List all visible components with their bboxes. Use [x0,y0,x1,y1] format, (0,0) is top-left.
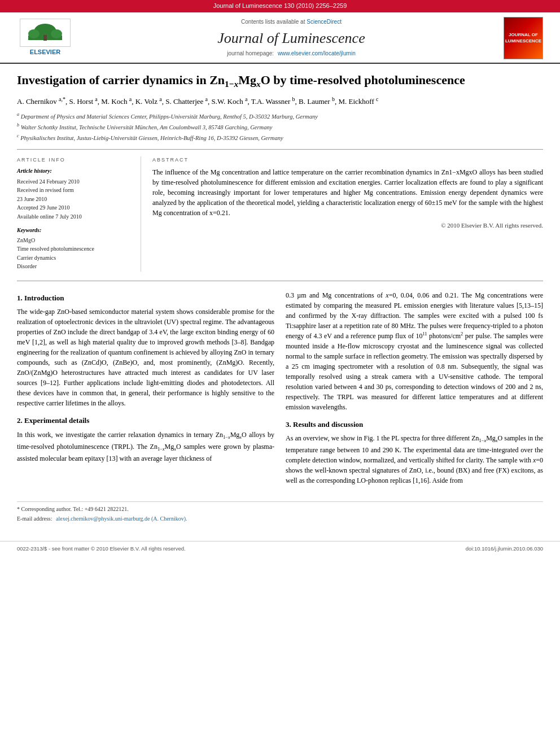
body-divider [17,281,543,281]
keyword-2: Time resolved photoluminescence [17,245,132,254]
affiliation-b: b Walter Schottky Institut, Technische U… [17,122,543,132]
journal-badge: JOURNAL OFLUMINESCENCE [504,17,543,59]
footer: 0022-2313/$ - see front matter © 2010 El… [0,541,560,556]
available-online: Available online 7 July 2010 [17,213,132,221]
body-left-column: 1. Introduction The wide-gap ZnO-based s… [17,290,274,491]
section2-heading: 2. Experimental details [17,415,274,426]
svg-rect-4 [43,35,47,41]
article-history: Article history: Received 24 February 20… [17,167,132,221]
elsevier-logo-image [20,19,71,47]
corresponding-author: * Corresponding author. Tel.: +49 6421 2… [17,505,543,514]
accepted-date: Accepted 29 June 2010 [17,204,132,212]
body-right-column: 0.3 µm and Mg concentrations of x=0, 0.0… [286,290,543,491]
publisher-logo-area: ELSEVIER [11,19,79,57]
authors-line: A. Chernikov a,*, S. Horst a, M. Koch a,… [17,95,543,107]
section1-paragraph: The wide-gap ZnO-based semiconductor mat… [17,307,274,408]
abstract-label: ABSTRACT [152,156,543,164]
journal-bar: Journal of Luminescence 130 (2010) 2256–… [0,0,560,12]
journal-title: Journal of Luminescence [79,28,504,49]
elsevier-label: ELSEVIER [30,48,60,57]
section1-heading: 1. Introduction [17,292,274,304]
journal-homepage: journal homepage: www.elsevier.com/locat… [79,50,504,58]
abstract-column: ABSTRACT The influence of the Mg concent… [152,156,543,272]
info-abstract-section: ARTICLE INFO Article history: Received 2… [17,156,543,272]
keywords-title: Keywords: [17,226,132,235]
article-info-column: ARTICLE INFO Article history: Received 2… [17,156,141,272]
article-title: Investigation of carrier dynamics in Zn1… [17,72,543,90]
keyword-3: Carrier dynamics [17,254,132,263]
affiliation-a: a Department of Physics and Material Sci… [17,111,543,121]
revised-date: 23 June 2010 [17,195,132,204]
section3-heading: 3. Results and discussion [286,419,543,430]
copyright-line: © 2010 Elsevier B.V. All rights reserved… [152,221,543,230]
keyword-4: Disorder [17,263,132,271]
journal-header: ELSEVIER Contents lists available at Sci… [0,12,560,64]
footer-doi: doi:10.1016/j.jlumin.2010.06.030 [466,545,543,553]
keyword-1: ZnMgO [17,237,132,245]
journal-badge-area: JOURNAL OFLUMINESCENCE [504,17,549,59]
elsevier-logo: ELSEVIER [11,19,79,57]
section2-paragraph: In this work, we investigate the carrier… [17,430,274,464]
section-divider [17,149,543,150]
footer-issn: 0022-2313/$ - see front matter © 2010 El… [17,545,186,553]
article-info-label: ARTICLE INFO [17,156,132,164]
svg-point-2 [28,29,40,38]
journal-title-area: Contents lists available at ScienceDirec… [79,18,504,58]
main-content: Investigation of carrier dynamics in Zn1… [0,64,560,535]
received-date: Received 24 February 2010 [17,178,132,186]
received-revised-label: Received in revised form [17,186,132,195]
right-col-text1: 0.3 µm and Mg concentrations of x=0, 0.0… [286,290,543,412]
abstract-text: The influence of the Mg concentration an… [152,167,543,218]
journal-url[interactable]: www.elsevier.com/locate/jlumin [278,50,356,56]
section3-paragraph: As an overview, we show in Fig. 1 the PL… [286,433,543,486]
footnotes: * Corresponding author. Tel.: +49 6421 2… [17,501,543,523]
svg-point-3 [51,29,62,38]
email-line: E-mail address: alexej.chernikov@physik.… [17,515,543,523]
article-history-title: Article history: [17,167,132,176]
journal-citation: Journal of Luminescence 130 (2010) 2256–… [213,2,347,9]
email-link[interactable]: alexej.chernikov@physik.uni-marburg.de (… [56,516,187,522]
sciencedirect-link[interactable]: ScienceDirect [307,19,342,25]
keywords-block: Keywords: ZnMgO Time resolved photolumin… [17,226,132,271]
body-content: 1. Introduction The wide-gap ZnO-based s… [17,290,543,491]
affiliations: a Department of Physics and Material Sci… [17,111,543,143]
sciencedirect-line: Contents lists available at ScienceDirec… [79,18,504,27]
affiliation-c: c Physikalisches Institut, Justus-Liebig… [17,133,543,142]
